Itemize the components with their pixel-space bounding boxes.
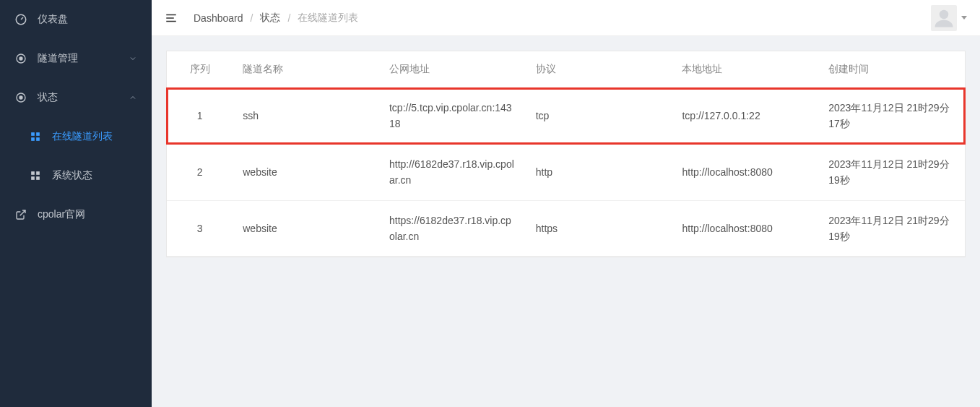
svg-rect-5	[31, 132, 35, 136]
tunnels-table: 序列 隧道名称 公网地址 协议 本地地址 创建时间 1sshtcp://5.tc…	[167, 51, 965, 257]
sidebar-item-online-tunnels[interactable]: 在线隧道列表	[0, 117, 152, 156]
sidebar-item-tunnel-mgmt[interactable]: 隧道管理	[0, 39, 152, 78]
svg-rect-9	[31, 171, 35, 175]
th-local: 本地地址	[672, 51, 818, 88]
breadcrumb-sep: /	[251, 12, 253, 24]
breadcrumb-current: 在线隧道列表	[298, 12, 358, 25]
table-row: 1sshtcp://5.tcp.vip.cpolar.cn:14318tcptc…	[167, 88, 965, 145]
svg-rect-12	[36, 176, 40, 180]
svg-rect-10	[36, 171, 40, 175]
cell-proto: http	[526, 144, 672, 200]
chevron-up-icon	[129, 93, 137, 102]
grid-icon	[29, 130, 42, 143]
grid-icon	[29, 169, 42, 182]
dashboard-icon	[14, 13, 27, 26]
caret-down-icon	[961, 16, 967, 20]
external-link-icon	[14, 208, 27, 221]
svg-point-13	[940, 9, 949, 19]
th-name: 隧道名称	[233, 51, 379, 88]
cell-time: 2023年11月12日 21时29分19秒	[818, 200, 965, 257]
cell-idx: 1	[167, 88, 233, 145]
user-menu[interactable]	[931, 5, 967, 31]
chevron-down-icon	[129, 54, 137, 63]
breadcrumb-sep: /	[287, 12, 290, 24]
main: Dashboard / 状态 / 在线隧道列表 序列 隧道名称 公网地址 协议	[152, 0, 980, 407]
sidebar-item-system-status[interactable]: 系统状态	[0, 156, 152, 195]
sidebar-item-status[interactable]: 状态	[0, 78, 152, 117]
cell-pub: tcp://5.tcp.vip.cpolar.cn:14318	[379, 88, 526, 145]
breadcrumb-dashboard[interactable]: Dashboard	[194, 12, 243, 24]
cell-idx: 3	[167, 200, 233, 257]
breadcrumb-status[interactable]: 状态	[260, 12, 280, 25]
th-pub: 公网地址	[379, 51, 526, 88]
content: 序列 隧道名称 公网地址 协议 本地地址 创建时间 1sshtcp://5.tc…	[152, 36, 980, 272]
cell-pub: https://6182de37.r18.vip.cpolar.cn	[379, 200, 526, 257]
svg-point-4	[19, 96, 22, 99]
cell-local: http://localhost:8080	[672, 200, 818, 257]
svg-rect-8	[36, 137, 40, 141]
svg-rect-6	[36, 132, 40, 136]
circle-icon	[14, 91, 27, 104]
cell-pub: http://6182de37.r18.vip.cpolar.cn	[379, 144, 526, 200]
sidebar-label: 系统状态	[52, 169, 92, 182]
table-row: 3websitehttps://6182de37.r18.vip.cpolar.…	[167, 200, 965, 257]
cell-name: website	[233, 144, 379, 200]
sidebar-label: cpolar官网	[38, 208, 85, 221]
breadcrumb: Dashboard / 状态 / 在线隧道列表	[194, 12, 358, 25]
sidebar: 仪表盘 隧道管理 状态 在线隧道列表 系统状态 cp	[0, 0, 152, 407]
cell-time: 2023年11月12日 21时29分17秒	[818, 88, 965, 145]
cell-time: 2023年11月12日 21时29分19秒	[818, 144, 965, 200]
table-header-row: 序列 隧道名称 公网地址 协议 本地地址 创建时间	[167, 51, 965, 88]
sidebar-label: 仪表盘	[38, 13, 68, 26]
th-idx: 序列	[167, 51, 233, 88]
sidebar-label: 在线隧道列表	[52, 130, 113, 143]
cell-proto: https	[526, 200, 672, 257]
svg-rect-7	[31, 137, 35, 141]
th-proto: 协议	[526, 51, 672, 88]
svg-point-2	[19, 57, 22, 60]
menu-toggle-icon[interactable]	[165, 12, 178, 25]
tunnels-card: 序列 隧道名称 公网地址 协议 本地地址 创建时间 1sshtcp://5.tc…	[166, 51, 966, 257]
table-row: 2websitehttp://6182de37.r18.vip.cpolar.c…	[167, 144, 965, 200]
topbar: Dashboard / 状态 / 在线隧道列表	[152, 0, 980, 36]
sidebar-label: 隧道管理	[38, 52, 78, 65]
svg-rect-11	[31, 176, 35, 180]
sidebar-item-cpolar-site[interactable]: cpolar官网	[0, 195, 152, 234]
cell-name: ssh	[233, 88, 379, 145]
th-time: 创建时间	[818, 51, 965, 88]
sidebar-label: 状态	[38, 91, 58, 104]
cell-local: http://localhost:8080	[672, 144, 818, 200]
cell-name: website	[233, 200, 379, 257]
circle-icon	[14, 52, 27, 65]
sidebar-item-dashboard[interactable]: 仪表盘	[0, 0, 152, 39]
cell-idx: 2	[167, 144, 233, 200]
avatar-icon	[931, 5, 957, 31]
cell-local: tcp://127.0.0.1:22	[672, 88, 818, 145]
cell-proto: tcp	[526, 88, 672, 145]
